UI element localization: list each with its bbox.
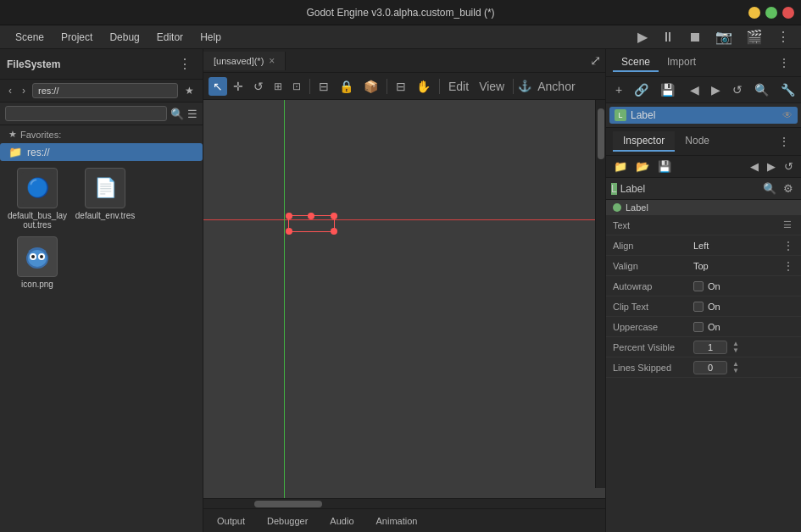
scene-tree-item-label[interactable]: L Label 👁 [609, 107, 798, 124]
fs-list-button[interactable]: ☰ [187, 108, 197, 120]
screenshot-button[interactable]: 📷 [711, 27, 737, 47]
scene-back-button[interactable]: ◀ [686, 80, 704, 99]
prop-value-align: Left [693, 241, 782, 251]
scene-more-button[interactable]: ⋮ [774, 53, 794, 72]
insp-search-node-button[interactable]: 🔍 [760, 181, 779, 196]
scene-add-button[interactable]: + [611, 80, 626, 99]
bottom-toolbar: Output Debugger Audio Animation [203, 508, 605, 532]
tab-inspector[interactable]: Inspector [613, 131, 675, 152]
node-visibility-icon[interactable]: 👁 [782, 109, 793, 121]
scene-link-button[interactable]: 🔗 [630, 80, 653, 99]
anchor-button[interactable]: Anchor [533, 77, 579, 96]
h-scrollbar[interactable] [203, 498, 605, 508]
handle-tr[interactable] [331, 213, 337, 219]
toolbar-separator-3 [439, 79, 440, 94]
menu-debug[interactable]: Debug [101, 28, 147, 47]
pan-tool-button[interactable]: ✋ [412, 77, 435, 96]
tab-expand-button[interactable]: ⤢ [586, 50, 605, 71]
menu-editor[interactable]: Editor [148, 28, 192, 47]
more-button[interactable]: ⋮ [772, 27, 794, 47]
text-edit-menu-button[interactable]: ☰ [781, 219, 794, 231]
list-item[interactable]: 📄 default_env.tres [75, 168, 136, 230]
list-item[interactable]: 🔵 default_bus_layout.tres [7, 168, 68, 230]
h-scrollbar-thumb[interactable] [254, 501, 322, 507]
handle-tl[interactable] [286, 213, 292, 219]
selection-box[interactable] [288, 215, 335, 232]
tab-scene[interactable]: Scene [613, 53, 659, 72]
tab-import[interactable]: Import [659, 53, 704, 72]
scene-filter-button[interactable]: 🔧 [776, 80, 799, 99]
scene-refresh-button[interactable]: ↺ [728, 80, 747, 99]
tab-audio[interactable]: Audio [321, 513, 362, 529]
prop-value-lines-skipped: 0 ▲ ▼ [693, 361, 794, 374]
scene-save-button[interactable]: 💾 [656, 80, 679, 99]
insp-settings-button[interactable]: ⚙ [781, 181, 796, 196]
handle-br[interactable] [331, 228, 337, 235]
tab-output[interactable]: Output [209, 513, 253, 529]
scene-forward-button[interactable]: ▶ [707, 80, 725, 99]
grid-snap-button[interactable]: ⊟ [314, 77, 333, 96]
tab-animation[interactable]: Animation [368, 513, 426, 529]
prop-value-autowrap: On [693, 281, 794, 291]
filesystem-more-button[interactable]: ⋮ [174, 53, 196, 75]
tree-item-res[interactable]: 📁 res:// [0, 143, 203, 161]
close-button[interactable] [782, 7, 794, 19]
select-tool-button[interactable]: ↖ [209, 77, 227, 96]
list-item[interactable]: icon.png [7, 236, 68, 289]
rect-tool-button[interactable]: ⊞ [270, 78, 286, 95]
fs-path-input[interactable] [32, 83, 178, 98]
handle-tm[interactable] [308, 213, 314, 219]
fs-search-input[interactable] [5, 106, 167, 121]
maximize-button[interactable] [765, 7, 777, 19]
editor-panel: [unsaved](*) × ⤢ ↖ ✛ ↺ ⊞ ⊡ ⊟ 🔒 📦 ⊟ ✋ Edi… [203, 49, 606, 532]
lines-skipped-spinner[interactable]: 0 [693, 361, 727, 374]
menu-help[interactable]: Help [192, 28, 230, 47]
group-button[interactable]: 📦 [359, 77, 382, 96]
insp-save-button[interactable]: 💾 [655, 159, 674, 174]
clip-text-checkbox[interactable] [693, 302, 704, 312]
minimize-button[interactable] [748, 7, 760, 19]
scene-search-button[interactable]: 🔍 [750, 80, 773, 99]
percent-visible-spinner[interactable]: 1 [693, 341, 727, 354]
menu-project[interactable]: Project [53, 28, 101, 47]
pause-button[interactable]: ⏸ [657, 28, 679, 47]
rotate-tool-button[interactable]: ↺ [249, 77, 268, 96]
lines-skipped-down[interactable]: ▼ [731, 368, 741, 374]
inspector-more-button[interactable]: ⋮ [774, 132, 794, 151]
move-tool-button[interactable]: ✛ [229, 77, 248, 96]
autowrap-checkbox[interactable] [693, 281, 704, 291]
insp-forward-button[interactable]: ▶ [765, 159, 778, 174]
percent-visible-down[interactable]: ▼ [731, 347, 741, 354]
handle-bl[interactable] [286, 228, 292, 235]
tab-close-button[interactable]: × [269, 55, 275, 67]
percent-visible-arrows: ▲ ▼ [731, 341, 741, 354]
prop-row-clip-text: Clip Text On [606, 296, 801, 317]
v-scrollbar-thumb[interactable] [598, 108, 604, 159]
valign-dropdown-button[interactable]: ⋮ [782, 259, 794, 273]
menu-scene[interactable]: Scene [7, 28, 53, 47]
editor-tab-unsaved[interactable]: [unsaved](*) × [203, 52, 286, 70]
fs-forward-button[interactable]: › [19, 84, 29, 97]
lock-button[interactable]: 🔒 [335, 77, 358, 96]
align-dropdown-button[interactable]: ⋮ [782, 239, 794, 252]
editor-viewport[interactable] [203, 100, 605, 498]
fs-back-button[interactable]: ‹ [5, 84, 15, 97]
tab-node[interactable]: Node [675, 131, 720, 152]
fs-search-button[interactable]: 🔍 [170, 108, 184, 120]
uppercase-checkbox[interactable] [693, 322, 704, 332]
insp-refresh-button[interactable]: ↺ [782, 159, 796, 174]
play-button[interactable]: ▶ [633, 27, 652, 47]
view-button[interactable]: View [475, 77, 509, 96]
v-scrollbar[interactable] [595, 100, 605, 488]
pivot-tool-button[interactable]: ⊡ [288, 78, 305, 95]
stop-button[interactable]: ⏹ [684, 28, 706, 47]
insp-open-button[interactable]: 📂 [633, 159, 652, 174]
prop-name-text: Text [613, 220, 693, 230]
align-button[interactable]: ⊟ [392, 77, 410, 96]
fs-bookmark-button[interactable]: ★ [181, 84, 197, 97]
tab-debugger[interactable]: Debugger [259, 513, 316, 529]
edit-button[interactable]: Edit [444, 77, 473, 96]
insp-back-button[interactable]: ◀ [748, 159, 761, 174]
movie-button[interactable]: 🎬 [742, 27, 767, 47]
insp-new-button[interactable]: 📁 [611, 159, 630, 174]
